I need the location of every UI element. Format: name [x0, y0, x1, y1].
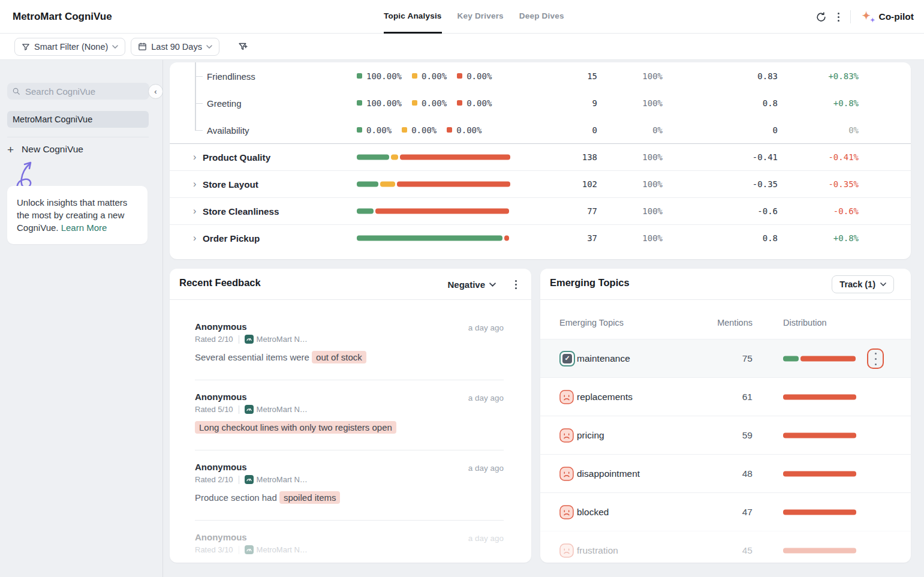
header-overflow-menu-button[interactable] — [838, 13, 839, 22]
emerging-row-frustration[interactable]: frustration 45 — [540, 531, 911, 563]
expand-chevron-icon[interactable]: › — [193, 233, 196, 243]
sentiment-bar — [357, 155, 510, 160]
topic-subrow-availability[interactable]: Availability 0.00% 0.00% 0.00% 0 0% 0 0% — [170, 116, 911, 143]
negative-segment — [375, 209, 509, 214]
topic-row-order-pickup[interactable]: › Order Pickup 37 100% 0.8 +0.8% — [170, 224, 911, 251]
emerging-row-replacements[interactable]: replacements 61 — [540, 377, 911, 416]
neutral-percent: 0.00% — [422, 98, 447, 108]
sidebar-item-label: MetroMart CogniVue — [13, 115, 92, 124]
sad-face-icon — [559, 467, 574, 481]
emerging-row-disappointment[interactable]: disappointment 48 — [540, 454, 911, 492]
expand-chevron-icon[interactable]: › — [193, 206, 196, 216]
calendar-icon — [138, 42, 147, 51]
positive-segment — [357, 182, 378, 187]
tracked-checkbox[interactable]: ✓ — [559, 351, 575, 366]
mentions-value: 102 — [543, 179, 597, 189]
score-value: 0.8 — [718, 98, 778, 108]
gauge-icon — [245, 545, 254, 554]
new-cognivue-button[interactable]: + New CogniVue — [7, 142, 83, 157]
negative-percent: 0.00% — [466, 98, 492, 108]
feedback-header: Recent Feedback Negative — [170, 269, 531, 300]
learn-more-link[interactable]: Learn More — [61, 223, 107, 233]
change-value: -0.41% — [793, 152, 859, 162]
column-mentions: Mentions — [699, 318, 753, 327]
new-cognivue-label: New CogniVue — [22, 144, 83, 155]
sentiment-legend: 0.00% 0.00% 0.00% — [357, 125, 481, 135]
emerging-mentions-value: 61 — [699, 392, 753, 402]
feedback-source: MetroMart N… — [245, 405, 308, 414]
score-value: 0.8 — [718, 233, 778, 243]
feedback-timestamp: a day ago — [468, 393, 504, 402]
emerging-mentions-value: 75 — [699, 353, 753, 364]
topic-label: Product Quality — [203, 152, 270, 163]
feedback-author: Anonymous — [195, 532, 504, 542]
smart-filter-dropdown[interactable]: Smart Filter (None) — [14, 38, 125, 56]
feedback-author: Anonymous — [195, 321, 504, 332]
topic-subrow-greeting[interactable]: Greeting 100.00% 0.00% 0.00% 9 100% 0.8 … — [170, 89, 911, 116]
change-value: 0% — [793, 125, 859, 135]
sad-face-icon — [559, 428, 574, 443]
expand-chevron-icon[interactable]: › — [193, 152, 196, 162]
item-divider — [195, 380, 504, 380]
header-actions: ✦✦ Co-pilot — [815, 0, 914, 34]
feedback-filter-dropdown[interactable]: Negative — [444, 279, 499, 290]
negative-swatch — [447, 127, 452, 133]
feedback-overflow-menu-button[interactable] — [515, 280, 517, 289]
tab-topic-analysis[interactable]: Topic Analysis — [384, 0, 442, 34]
share-value: 100% — [615, 152, 663, 162]
emerging-row-pricing[interactable]: pricing 59 — [540, 416, 911, 454]
negative-swatch — [457, 73, 462, 79]
track-dropdown-button[interactable]: Track (1) — [832, 275, 894, 293]
emerging-topic-label: maintenance — [577, 353, 630, 364]
topic-row-store-layout[interactable]: › Store Layout 102 100% -0.35 -0.35% — [170, 170, 911, 197]
emerging-mentions-value: 59 — [699, 430, 753, 441]
distribution-bar — [783, 471, 856, 476]
neutral-percent: 0.00% — [422, 71, 447, 81]
emerging-title: Emerging Topics — [550, 277, 630, 288]
expand-chevron-icon[interactable]: › — [193, 179, 196, 189]
sidebar-collapse-button[interactable]: ‹ — [148, 84, 163, 99]
mentions-value: 77 — [543, 206, 597, 216]
positive-segment — [357, 236, 502, 241]
row-overflow-menu-button[interactable] — [867, 348, 884, 369]
negative-segment — [783, 432, 856, 438]
search-input[interactable] — [24, 86, 140, 97]
neutral-swatch — [412, 100, 417, 106]
topic-row-product-quality[interactable]: › Product Quality 138 100% -0.41 -0.41% — [170, 143, 911, 170]
positive-percent: 100.00% — [366, 98, 402, 108]
feedback-timestamp: a day ago — [468, 534, 504, 543]
gauge-icon — [245, 475, 254, 484]
column-topic: Emerging Topics — [559, 318, 624, 327]
score-value: 0.83 — [718, 71, 778, 81]
emerging-topic-label: pricing — [577, 430, 604, 441]
emerging-topics-card: Emerging Topics Track (1) Emerging Topic… — [540, 269, 911, 563]
recent-feedback-card: Recent Feedback Negative Anonymous Rated… — [170, 269, 531, 563]
copilot-button[interactable]: ✦✦ Co-pilot — [862, 11, 914, 23]
sidebar-item-metromart-cognivue[interactable]: MetroMart CogniVue — [7, 111, 149, 128]
feedback-filter-label: Negative — [447, 280, 485, 290]
tab-key-drivers[interactable]: Key Drivers — [458, 0, 504, 34]
date-range-dropdown[interactable]: Last 90 Days — [131, 38, 219, 56]
tab-deep-dives[interactable]: Deep Dives — [519, 0, 564, 34]
topic-row-store-cleanliness[interactable]: › Store Cleanliness 77 100% -0.6 -0.6% — [170, 197, 911, 224]
gauge-icon — [245, 335, 254, 344]
topic-subrow-friendliness[interactable]: Friendliness 100.00% 0.00% 0.00% 15 100%… — [170, 62, 911, 89]
mentions-value: 9 — [543, 98, 597, 108]
refresh-button[interactable] — [815, 11, 827, 23]
positive-swatch — [357, 100, 362, 106]
feedback-timestamp: a day ago — [468, 323, 504, 332]
positive-percent: 0.00% — [366, 125, 392, 135]
emerging-row-maintenance[interactable]: ✓ maintenance 75 — [540, 339, 911, 377]
distribution-bar — [783, 394, 856, 399]
tree-tick — [195, 103, 203, 104]
emerging-mentions-value: 48 — [699, 468, 753, 479]
chevron-down-icon — [112, 45, 118, 49]
feedback-author: Anonymous — [195, 462, 504, 472]
negative-segment — [397, 182, 510, 187]
app-title: MetroMart CogniVue — [13, 0, 112, 34]
score-value: -0.35 — [718, 179, 778, 189]
emerging-row-blocked[interactable]: blocked 47 — [540, 492, 911, 531]
negative-segment — [783, 471, 856, 476]
add-filter-button[interactable] — [238, 41, 248, 52]
feedback-rating: Rated 3/10 — [195, 545, 233, 554]
